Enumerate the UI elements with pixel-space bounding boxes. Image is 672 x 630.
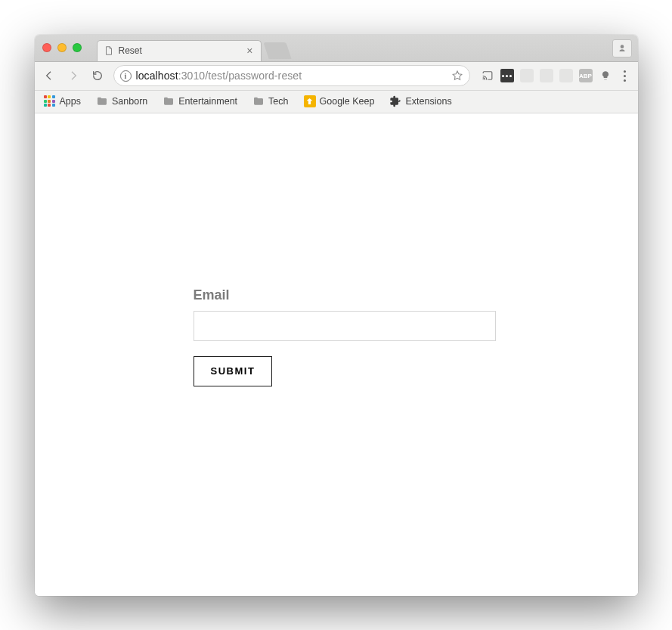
bookmarks-apps[interactable]: Apps bbox=[41, 94, 85, 109]
bookmark-extensions[interactable]: Extensions bbox=[386, 94, 454, 109]
bookmark-star-icon[interactable] bbox=[451, 70, 463, 82]
window-controls bbox=[42, 43, 82, 52]
extension-icon[interactable] bbox=[559, 69, 573, 82]
apps-icon bbox=[44, 95, 56, 107]
reload-button[interactable] bbox=[89, 67, 106, 84]
folder-icon bbox=[252, 95, 265, 107]
address-bar[interactable]: i localhost:3010/test/password-reset bbox=[113, 65, 470, 86]
bookmark-folder-entertainment[interactable]: Entertainment bbox=[159, 94, 240, 109]
extension-icon[interactable] bbox=[599, 69, 612, 82]
maximize-window-button[interactable] bbox=[73, 43, 82, 52]
chrome-menu-button[interactable] bbox=[618, 70, 632, 82]
extension-icons bbox=[478, 69, 632, 82]
url-host: localhost bbox=[136, 70, 178, 82]
tab-strip: Reset × bbox=[35, 35, 638, 62]
new-tab-button[interactable] bbox=[263, 42, 291, 59]
url-text: localhost:3010/test/password-reset bbox=[136, 70, 447, 82]
bookmark-label: Tech bbox=[268, 96, 288, 107]
page-viewport: Email SUBMIT bbox=[35, 113, 638, 596]
site-info-icon[interactable]: i bbox=[120, 70, 132, 82]
bookmark-label: Extensions bbox=[405, 96, 451, 107]
bookmark-label: Apps bbox=[60, 96, 82, 107]
browser-window: Reset × i localhost:3010/test/password-r… bbox=[35, 35, 638, 596]
url-path: :3010/test/password-reset bbox=[178, 70, 302, 82]
bookmark-folder-tech[interactable]: Tech bbox=[249, 94, 291, 109]
abp-icon[interactable] bbox=[579, 69, 593, 82]
close-tab-button[interactable]: × bbox=[245, 45, 254, 57]
bookmark-label: Entertainment bbox=[178, 96, 237, 107]
page-icon bbox=[104, 45, 114, 56]
minimize-window-button[interactable] bbox=[57, 43, 67, 52]
keep-icon bbox=[304, 95, 316, 107]
bookmark-google-keep[interactable]: Google Keep bbox=[301, 94, 378, 109]
extension-icon[interactable] bbox=[540, 69, 553, 82]
folder-icon bbox=[163, 95, 175, 107]
profile-button[interactable] bbox=[612, 39, 632, 57]
bookmark-folder-sanborn[interactable]: Sanborn bbox=[93, 94, 150, 109]
password-reset-form: Email SUBMIT bbox=[194, 287, 496, 386]
submit-button[interactable]: SUBMIT bbox=[194, 356, 273, 386]
email-label: Email bbox=[194, 287, 496, 303]
forward-button[interactable] bbox=[65, 67, 82, 84]
toolbar: i localhost:3010/test/password-reset bbox=[35, 62, 638, 91]
cast-icon[interactable] bbox=[481, 69, 494, 82]
bookmark-label: Sanborn bbox=[112, 96, 147, 107]
back-button[interactable] bbox=[41, 67, 57, 84]
extension-icon[interactable] bbox=[520, 69, 534, 82]
close-window-button[interactable] bbox=[42, 43, 51, 52]
email-field[interactable] bbox=[194, 311, 496, 341]
puzzle-icon bbox=[389, 95, 401, 107]
folder-icon bbox=[96, 95, 108, 107]
bookmark-label: Google Keep bbox=[320, 96, 375, 107]
extension-icon[interactable] bbox=[500, 69, 514, 82]
browser-tab[interactable]: Reset × bbox=[97, 40, 262, 61]
bookmarks-bar: Apps Sanborn Entertainment Tech Google K… bbox=[35, 91, 638, 113]
tab-title: Reset bbox=[119, 45, 246, 56]
